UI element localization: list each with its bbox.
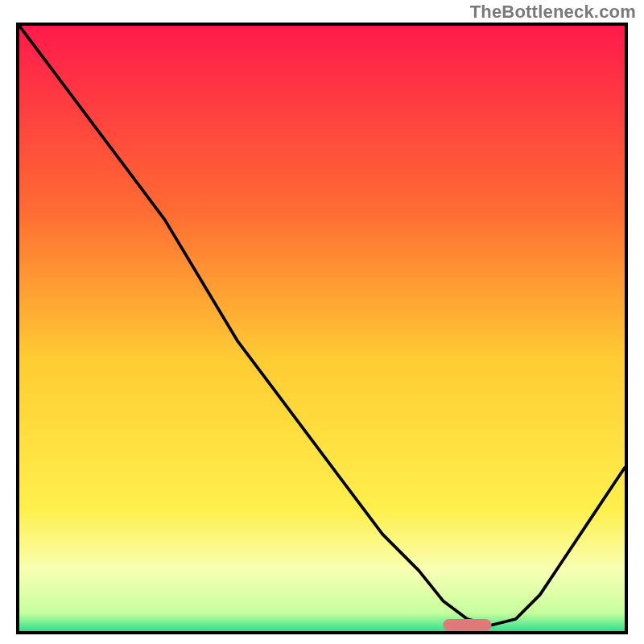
optimal-marker — [443, 619, 491, 631]
bottleneck-chart — [19, 26, 625, 631]
watermark-text: TheBottleneck.com — [470, 2, 636, 23]
gradient-background — [19, 26, 625, 631]
chart-frame — [16, 23, 628, 634]
